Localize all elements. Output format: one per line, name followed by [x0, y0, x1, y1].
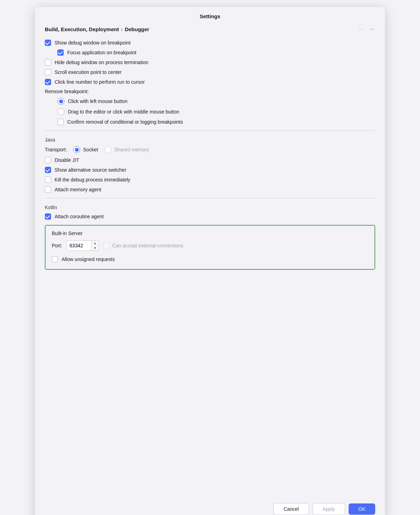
option-click-line-number: Click line number to perform run to curs… — [45, 77, 375, 87]
apply-button[interactable]: Apply — [313, 503, 345, 515]
label-socket: Socket — [83, 147, 98, 152]
label-click-left: Click with left mouse button — [68, 98, 127, 104]
label-attach-memory: Attach memory agent — [55, 187, 101, 192]
label-confirm-removal: Confirm removal of conditional or loggin… — [67, 119, 183, 125]
label-disable-jit: Disable JIT — [55, 157, 79, 163]
java-section-header: Java — [45, 134, 375, 144]
radio-shared-memory[interactable] — [104, 146, 111, 153]
transport-shared-memory-option: Shared memory — [104, 146, 149, 153]
option-drag-editor: Drag to the editor or click with middle … — [45, 107, 375, 117]
checkbox-confirm-removal[interactable] — [57, 119, 64, 125]
checkbox-show-alternative[interactable] — [45, 167, 51, 173]
checkbox-allow-unsigned[interactable] — [52, 256, 58, 262]
divider-java — [45, 130, 375, 131]
option-disable-jit: Disable JIT — [45, 155, 375, 165]
kotlin-section-header: Kotlin — [45, 202, 375, 212]
checkbox-attach-coroutine[interactable] — [45, 213, 51, 220]
option-attach-coroutine: Attach coroutine agent — [45, 212, 375, 221]
option-show-debug-window: Show debug window on breakpoint — [45, 38, 375, 48]
forward-arrow-button[interactable]: → — [368, 26, 375, 33]
option-allow-unsigned: Allow unsigned requests — [52, 254, 368, 264]
port-decrement-button[interactable]: ▼ — [92, 246, 99, 250]
transport-row: Transport: Socket Shared memory — [45, 144, 375, 155]
cancel-button[interactable]: Cancel — [273, 503, 309, 515]
label-drag-editor: Drag to the editor or click with middle … — [68, 109, 179, 115]
port-spinners: ▲ ▼ — [91, 241, 99, 250]
transport-socket-option: Socket — [73, 146, 98, 153]
label-allow-unsigned: Allow unsigned requests — [62, 256, 115, 262]
option-attach-memory: Attach memory agent — [45, 185, 375, 194]
option-show-alternative: Show alternative source switcher — [45, 165, 375, 175]
dialog-title: Settings — [35, 7, 385, 23]
checkbox-hide-debug-window[interactable] — [45, 59, 51, 66]
ok-button[interactable]: OK — [349, 503, 375, 515]
checkbox-scroll-execution[interactable] — [45, 69, 51, 75]
breadcrumb-row: Build, Execution, Deployment › Debugger … — [35, 23, 385, 38]
port-row: Port: ▲ ▼ Can accept external connection… — [52, 240, 368, 251]
label-show-debug-window: Show debug window on breakpoint — [55, 40, 131, 46]
remove-breakpoint-label: Remove breakpoint: — [45, 89, 89, 94]
remove-breakpoint-label-row: Remove breakpoint: — [45, 87, 375, 96]
checkbox-click-line-number[interactable] — [45, 79, 51, 85]
builtin-server-box: Built-in Server Port: ▲ ▼ Can accept ext… — [45, 225, 375, 270]
breadcrumb-part1[interactable]: Build, Execution, Deployment — [45, 26, 119, 32]
divider-kotlin — [45, 198, 375, 198]
transport-label: Transport: — [45, 147, 67, 152]
breadcrumb-part2[interactable]: Debugger — [125, 26, 149, 32]
port-increment-button[interactable]: ▲ — [92, 241, 99, 246]
label-scroll-execution: Scroll execution point to center — [55, 69, 121, 75]
label-can-accept: Can accept external connections — [112, 243, 183, 248]
can-accept-row: Can accept external connections — [103, 242, 183, 249]
label-kill-debug: Kill the debug process immediately — [55, 177, 130, 183]
checkbox-show-debug-window[interactable] — [45, 40, 51, 46]
label-shared-memory: Shared memory — [114, 147, 149, 152]
label-attach-coroutine: Attach coroutine agent — [55, 214, 104, 219]
radio-drag-editor[interactable] — [57, 108, 64, 115]
label-focus-application: Focus application on breakpoint — [67, 50, 136, 55]
port-input-wrap: ▲ ▼ — [66, 240, 99, 251]
settings-content: Show debug window on breakpoint Focus ap… — [35, 38, 385, 498]
breadcrumb: Build, Execution, Deployment › Debugger — [45, 26, 149, 32]
option-click-left: Click with left mouse button — [45, 96, 375, 107]
option-focus-application: Focus application on breakpoint — [45, 48, 375, 57]
checkbox-attach-memory[interactable] — [45, 186, 51, 193]
radio-socket[interactable] — [73, 146, 80, 153]
checkbox-disable-jit[interactable] — [45, 157, 51, 163]
checkbox-kill-debug[interactable] — [45, 177, 51, 183]
label-click-line-number: Click line number to perform run to curs… — [55, 79, 145, 85]
checkbox-can-accept[interactable] — [103, 242, 110, 249]
option-confirm-removal: Confirm removal of conditional or loggin… — [45, 117, 375, 127]
label-show-alternative: Show alternative source switcher — [55, 167, 126, 173]
breadcrumb-separator: › — [121, 27, 123, 32]
back-arrow-button[interactable]: ← — [357, 26, 365, 33]
port-input[interactable] — [67, 241, 91, 250]
checkbox-focus-application[interactable] — [57, 49, 64, 56]
settings-dialog: Settings Build, Execution, Deployment › … — [35, 7, 385, 515]
nav-arrows: ← → — [357, 26, 375, 33]
radio-click-left[interactable] — [57, 98, 64, 105]
option-kill-debug: Kill the debug process immediately — [45, 175, 375, 185]
dialog-footer: Cancel Apply OK — [35, 498, 385, 515]
option-hide-debug-window: Hide debug window on process termination — [45, 57, 375, 67]
label-hide-debug-window: Hide debug window on process termination — [55, 60, 148, 65]
port-label: Port: — [52, 243, 62, 248]
option-scroll-execution: Scroll execution point to center — [45, 67, 375, 77]
transport-options: Socket Shared memory — [73, 146, 149, 153]
builtin-server-title: Built-in Server — [52, 231, 368, 236]
